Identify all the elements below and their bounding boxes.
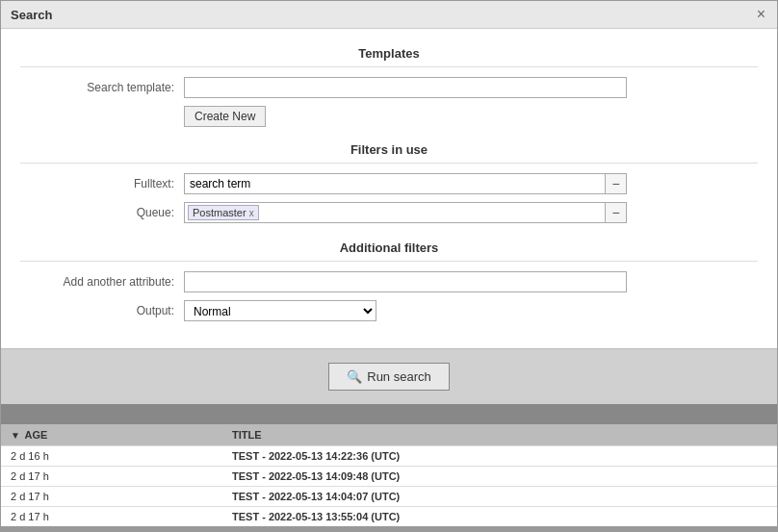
output-row: Output: Normal [20, 300, 758, 321]
fulltext-input[interactable] [184, 173, 606, 194]
queue-tag-remove[interactable]: x [249, 208, 254, 218]
queue-input-wrap[interactable]: Postmaster x [184, 202, 606, 223]
age-column-header[interactable]: ▼ AGE [11, 429, 232, 441]
create-new-row: Create New [20, 106, 758, 127]
fulltext-label: Fulltext: [20, 177, 184, 190]
title-column-header[interactable]: TITLE [232, 429, 767, 441]
add-attribute-row: Add another attribute: [20, 271, 758, 292]
queue-label: Queue: [20, 206, 184, 219]
fulltext-row: Fulltext: − [20, 173, 758, 194]
queue-row: Queue: Postmaster x − [20, 202, 758, 223]
table-row: 2 d 16 h TEST - 2022-05-13 14:22:36 (UTC… [1, 445, 777, 466]
results-rows: 2 d 16 h TEST - 2022-05-13 14:22:36 (UTC… [1, 445, 777, 526]
output-control: Normal [184, 300, 627, 321]
output-select[interactable]: Normal [184, 300, 376, 321]
templates-section-header: Templates [20, 38, 758, 67]
run-search-label: Run search [367, 369, 430, 384]
row-age: 2 d 16 h [11, 450, 232, 462]
row-title: TEST - 2022-05-13 14:22:36 (UTC) [232, 450, 767, 462]
search-template-input[interactable] [184, 77, 627, 98]
add-attribute-label: Add another attribute: [20, 275, 184, 289]
run-search-button[interactable]: 🔍 Run search [328, 363, 449, 391]
filters-section-header: Filters in use [20, 135, 758, 164]
additional-filters-header: Additional filters [20, 233, 758, 262]
queue-tag: Postmaster x [188, 205, 259, 220]
table-row: 2 d 17 h TEST - 2022-05-13 14:04:07 (UTC… [1, 486, 777, 506]
queue-tag-label: Postmaster [193, 207, 246, 218]
row-title: TEST - 2022-05-13 14:04:07 (UTC) [232, 491, 767, 502]
additional-filters-section: Additional filters Add another attribute… [20, 233, 758, 321]
dialog-body: Templates Search template: Create New Fi… [1, 29, 777, 348]
results-area: ▼ AGE TITLE 2 d 16 h TEST - 2022-05-13 1… [1, 404, 777, 532]
dialog-title: Search [11, 8, 52, 22]
action-bar: 🔍 Run search [1, 348, 777, 404]
row-title: TEST - 2022-05-13 14:09:48 (UTC) [232, 470, 767, 482]
search-template-label: Search template: [20, 81, 184, 94]
close-button[interactable]: × [755, 7, 767, 22]
search-template-row: Search template: [20, 77, 758, 98]
queue-remove-btn[interactable]: − [606, 202, 627, 223]
queue-input[interactable] [261, 203, 602, 222]
search-dialog: Search × Templates Search template: Crea… [0, 0, 778, 532]
create-new-control: Create New [184, 106, 627, 127]
create-new-button[interactable]: Create New [184, 106, 266, 127]
table-row: 2 d 17 h TEST - 2022-05-13 13:55:04 (UTC… [1, 506, 777, 526]
add-attribute-input[interactable] [184, 271, 627, 292]
row-title: TEST - 2022-05-13 13:55:04 (UTC) [232, 511, 767, 522]
output-label: Output: [20, 304, 184, 317]
search-icon: 🔍 [347, 369, 362, 384]
table-row: 2 d 17 h TEST - 2022-05-13 14:09:48 (UTC… [1, 466, 777, 486]
fulltext-remove-btn[interactable]: − [606, 173, 627, 194]
row-age: 2 d 17 h [11, 491, 232, 502]
dialog-titlebar: Search × [1, 1, 777, 29]
fulltext-input-wrap: − [184, 173, 627, 194]
search-template-control [184, 77, 627, 98]
add-attribute-control [184, 271, 627, 292]
results-table-header: ▼ AGE TITLE [1, 423, 777, 445]
row-age: 2 d 17 h [11, 470, 232, 482]
queue-wrap: Postmaster x − [184, 202, 627, 223]
sort-indicator: ▼ [11, 430, 20, 441]
row-age: 2 d 17 h [11, 511, 232, 522]
